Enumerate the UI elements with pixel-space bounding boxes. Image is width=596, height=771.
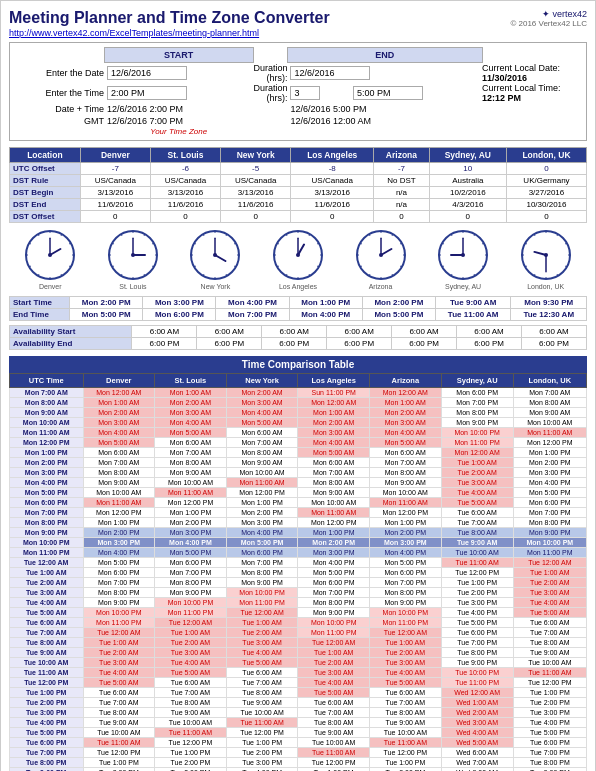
svg-point-95 bbox=[461, 253, 465, 257]
clock-label: Sydney, AU bbox=[445, 283, 481, 290]
comp-cell-7-0: Mon 7:00 AM bbox=[83, 457, 155, 467]
comp-utc-28: Tue 11:00 AM bbox=[10, 667, 84, 677]
loc-cell-1-3: US/Canada bbox=[291, 174, 374, 186]
loc-cell-2-1: 3/13/2016 bbox=[150, 186, 220, 198]
comp-utc-35: Tue 6:00 PM bbox=[10, 737, 84, 747]
comp-cell-14-0: Mon 2:00 PM bbox=[83, 527, 155, 537]
time-row-label-0: Start Time bbox=[10, 296, 70, 308]
comp-cell-24-6: Tue 7:00 AM bbox=[513, 627, 586, 637]
comp-cell-27-4: Tue 3:00 AM bbox=[370, 657, 442, 667]
comp-cell-33-2: Tue 11:00 AM bbox=[226, 717, 298, 727]
comp-cell-32-1: Tue 9:00 AM bbox=[155, 707, 227, 717]
comp-utc-27: Tue 10:00 AM bbox=[10, 657, 84, 667]
comp-cell-25-4: Tue 1:00 AM bbox=[370, 637, 442, 647]
duration-input[interactable] bbox=[290, 86, 320, 100]
comp-cell-1-6: Mon 8:00 AM bbox=[513, 397, 586, 407]
loc-cell-1-2: US/Canada bbox=[221, 174, 291, 186]
comp-cell-19-5: Tue 1:00 PM bbox=[441, 577, 513, 587]
start-time-input[interactable] bbox=[107, 86, 187, 100]
comp-cell-19-0: Mon 7:00 PM bbox=[83, 577, 155, 587]
comp-cell-5-6: Mon 12:00 PM bbox=[513, 437, 586, 447]
comp-cell-29-5: Tue 11:00 PM bbox=[441, 677, 513, 687]
comp-cell-9-5: Tue 3:00 AM bbox=[441, 477, 513, 487]
comp-cell-5-1: Mon 6:00 AM bbox=[155, 437, 227, 447]
comp-utc-33: Tue 4:00 PM bbox=[10, 717, 84, 727]
comp-cell-27-1: Tue 4:00 AM bbox=[155, 657, 227, 667]
comp-cell-12-1: Mon 1:00 PM bbox=[155, 507, 227, 517]
comp-cell-26-3: Tue 1:00 AM bbox=[298, 647, 370, 657]
comp-cell-22-0: Mon 10:00 PM bbox=[83, 607, 155, 617]
comp-cell-0-6: Mon 7:00 AM bbox=[513, 387, 586, 397]
svg-point-47 bbox=[213, 253, 217, 257]
comp-cell-29-0: Tue 5:00 AM bbox=[83, 677, 155, 687]
comp-cell-23-1: Tue 12:00 AM bbox=[155, 617, 227, 627]
comp-cell-23-0: Mon 11:00 PM bbox=[83, 617, 155, 627]
clock-face bbox=[189, 229, 241, 281]
comp-cell-33-5: Wed 3:00 AM bbox=[441, 717, 513, 727]
comp-cell-29-6: Tue 12:00 PM bbox=[513, 677, 586, 687]
comp-cell-8-0: Mon 8:00 AM bbox=[83, 467, 155, 477]
comp-cell-14-4: Mon 2:00 PM bbox=[370, 527, 442, 537]
comp-cell-20-5: Tue 2:00 PM bbox=[441, 587, 513, 597]
comp-cell-2-6: Mon 9:00 AM bbox=[513, 407, 586, 417]
loc-cell-4-5: 0 bbox=[429, 210, 506, 222]
clock-label: St. Louis bbox=[119, 283, 146, 290]
comp-cell-29-1: Tue 6:00 AM bbox=[155, 677, 227, 687]
comp-cell-36-3: Tue 11:00 AM bbox=[298, 747, 370, 757]
comp-cell-17-0: Mon 5:00 PM bbox=[83, 557, 155, 567]
comp-header-5: Arizona bbox=[370, 373, 442, 387]
time-cell-1-4: Mon 5:00 PM bbox=[362, 308, 435, 320]
comp-utc-25: Tue 8:00 AM bbox=[10, 637, 84, 647]
loc-cell-3-2: 11/6/2016 bbox=[221, 198, 291, 210]
end-date-input[interactable] bbox=[290, 66, 370, 80]
clock-denver: Denver bbox=[24, 229, 76, 290]
comp-cell-19-4: Mon 7:00 PM bbox=[370, 577, 442, 587]
comp-cell-13-1: Mon 2:00 PM bbox=[155, 517, 227, 527]
loc-cell-3-3: 11/6/2016 bbox=[291, 198, 374, 210]
comp-utc-6: Mon 1:00 PM bbox=[10, 447, 84, 457]
comp-cell-10-5: Tue 4:00 AM bbox=[441, 487, 513, 497]
logo: ✦ vertex42 bbox=[510, 9, 587, 19]
website-link[interactable]: http://www.vertex42.com/ExcelTemplates/m… bbox=[9, 28, 259, 38]
comp-cell-10-0: Mon 10:00 AM bbox=[83, 487, 155, 497]
comp-cell-33-6: Tue 4:00 PM bbox=[513, 717, 586, 727]
comp-cell-24-1: Tue 1:00 AM bbox=[155, 627, 227, 637]
duration-label: Duration (hrs): bbox=[253, 63, 287, 83]
comp-header-2: St. Louis bbox=[155, 373, 227, 387]
comp-cell-13-3: Mon 12:00 PM bbox=[298, 517, 370, 527]
comp-cell-0-5: Mon 6:00 PM bbox=[441, 387, 513, 397]
comp-cell-25-5: Tue 7:00 PM bbox=[441, 637, 513, 647]
comp-cell-15-0: Mon 3:00 PM bbox=[83, 537, 155, 547]
comp-cell-20-1: Mon 9:00 PM bbox=[155, 587, 227, 597]
comp-cell-4-1: Mon 5:00 AM bbox=[155, 427, 227, 437]
end-label: END bbox=[287, 48, 482, 63]
comp-utc-4: Mon 11:00 AM bbox=[10, 427, 84, 437]
time-cell-0-6: Mon 9:30 PM bbox=[511, 296, 587, 308]
loc-cell-3-6: 10/30/2016 bbox=[506, 198, 586, 210]
comp-cell-16-3: Mon 3:00 PM bbox=[298, 547, 370, 557]
clock-losangeles: Los Angeles bbox=[272, 229, 324, 290]
start-date-input[interactable] bbox=[107, 66, 187, 80]
comp-cell-29-2: Tue 7:00 AM bbox=[226, 677, 298, 687]
comp-cell-7-4: Mon 7:00 AM bbox=[370, 457, 442, 467]
comp-cell-13-0: Mon 1:00 PM bbox=[83, 517, 155, 527]
comp-cell-37-3: Tue 12:00 PM bbox=[298, 757, 370, 767]
comp-cell-12-5: Tue 6:00 AM bbox=[441, 507, 513, 517]
comp-cell-6-4: Mon 6:00 AM bbox=[370, 447, 442, 457]
comp-cell-4-6: Mon 11:00 AM bbox=[513, 427, 586, 437]
comp-cell-38-4: Tue 2:00 PM bbox=[370, 767, 442, 771]
comp-cell-8-1: Mon 9:00 AM bbox=[155, 467, 227, 477]
clock-label: Los Angeles bbox=[279, 283, 317, 290]
comp-cell-15-2: Mon 5:00 PM bbox=[226, 537, 298, 547]
end-time-input[interactable] bbox=[353, 86, 423, 100]
comp-cell-34-1: Tue 11:00 AM bbox=[155, 727, 227, 737]
loc-cell-4-4: 0 bbox=[374, 210, 429, 222]
comp-cell-1-1: Mon 2:00 AM bbox=[155, 397, 227, 407]
comp-cell-3-0: Mon 3:00 AM bbox=[83, 417, 155, 427]
comp-cell-21-4: Mon 9:00 PM bbox=[370, 597, 442, 607]
comp-cell-11-0: Mon 11:00 AM bbox=[83, 497, 155, 507]
comp-cell-27-5: Tue 9:00 PM bbox=[441, 657, 513, 667]
comp-header-1: Denver bbox=[83, 373, 155, 387]
clock-label: New York bbox=[201, 283, 231, 290]
comp-utc-36: Tue 7:00 PM bbox=[10, 747, 84, 757]
